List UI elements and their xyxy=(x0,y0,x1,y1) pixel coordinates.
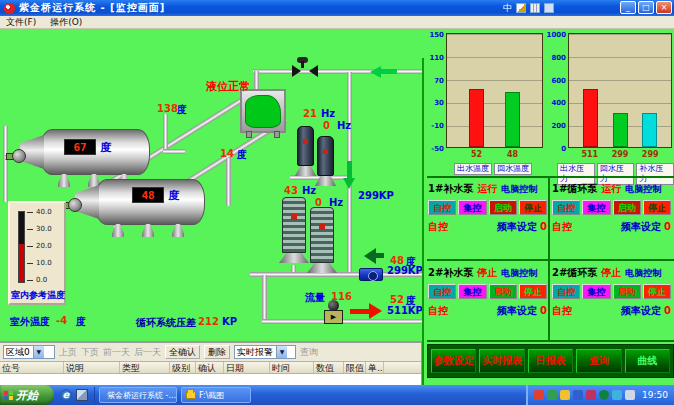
pump-control-mode: 电脑控制 xyxy=(501,183,537,196)
keyboard-icon[interactable] xyxy=(530,3,540,13)
circulation-pump-2[interactable] xyxy=(310,207,334,263)
menu-bar: 文件(F) 操作(O) xyxy=(0,16,674,29)
language-bar[interactable]: 中 xyxy=(503,1,554,15)
flow-arrow-shaft xyxy=(368,253,384,258)
flow-arrow-shaft xyxy=(347,161,352,179)
col-date: 日期 xyxy=(224,362,270,373)
restore-button[interactable]: □ xyxy=(638,1,654,14)
tray-icon[interactable] xyxy=(560,390,570,400)
menu-file[interactable]: 文件(F) xyxy=(6,16,36,29)
shield-icon[interactable] xyxy=(599,390,609,400)
bar-出水温度 xyxy=(469,89,484,147)
start-button[interactable]: 启动 xyxy=(613,200,641,215)
central-control-button[interactable]: 集控 xyxy=(582,284,610,299)
chevron-down-icon[interactable]: ▼ xyxy=(276,346,287,358)
ack-all-button[interactable]: 全确认 xyxy=(165,345,200,359)
circulation-pump-1[interactable] xyxy=(282,197,306,253)
ime-chinese-indicator[interactable]: 中 xyxy=(503,2,512,15)
makeup-pump-2[interactable] xyxy=(317,136,334,176)
area-select[interactable]: 区域0 ▼ xyxy=(3,345,55,359)
motor-valve-icon[interactable] xyxy=(292,57,314,79)
tray-icon[interactable] xyxy=(547,390,557,400)
thermo-tick: 0.0 xyxy=(36,276,64,284)
pump-panel-1-makeup: 1#补水泵 运行 电脑控制 自控 集控 启动 停止 自控 频率设定0 xyxy=(428,182,547,244)
title-bar: 紫金桥运行系统 - [监控画面] 中 _ □ × xyxy=(0,0,674,16)
pump-control-mode: 电脑控制 xyxy=(625,183,661,196)
pump-control-mode: 电脑控制 xyxy=(501,267,537,280)
toolbar-options-icon[interactable] xyxy=(544,3,554,13)
query-button[interactable]: 查询 xyxy=(576,349,621,373)
stop-button[interactable]: 停止 xyxy=(519,284,547,299)
daily-report-button[interactable]: 日报表 xyxy=(528,349,573,373)
stop-button[interactable]: 停止 xyxy=(519,200,547,215)
tank-1-pump[interactable] xyxy=(6,146,28,166)
pump-control-mode: 电脑控制 xyxy=(625,267,661,280)
central-control-button[interactable]: 集控 xyxy=(458,200,486,215)
start-button[interactable]: 启动 xyxy=(489,200,517,215)
curve-button[interactable]: 曲线 xyxy=(625,349,670,373)
supply-valve-icon[interactable] xyxy=(359,268,383,281)
auto-control-button[interactable]: 自控 xyxy=(428,284,456,299)
alarm-mode-select[interactable]: 实时报警 ▼ xyxy=(234,345,296,359)
makeup-pump-1[interactable] xyxy=(297,126,314,166)
current-mode: 自控 xyxy=(552,304,572,318)
close-button[interactable]: × xyxy=(656,1,672,14)
taskbar-clock: 19:50 xyxy=(642,390,668,400)
tray-icon[interactable] xyxy=(612,390,622,400)
show-desktop-icon[interactable] xyxy=(76,389,88,401)
realtime-report-button[interactable]: 实时报表 xyxy=(479,349,524,373)
tank-leg xyxy=(142,224,154,237)
pipe-temp-unit: 度 xyxy=(177,103,187,117)
pump-base xyxy=(295,166,316,176)
menu-operate[interactable]: 操作(O) xyxy=(50,16,82,29)
delete-button[interactable]: 删除 xyxy=(204,345,230,359)
start-button[interactable]: 启动 xyxy=(489,284,517,299)
auto-control-button[interactable]: 自控 xyxy=(428,200,456,215)
y-axis-tick: 110 xyxy=(429,54,444,62)
tray-icon[interactable] xyxy=(625,390,635,400)
pressure-diff-label: 循环系统压差 xyxy=(136,316,196,330)
outdoor-temp-value: -4 xyxy=(56,315,67,326)
hz-unit: Hz xyxy=(329,197,343,208)
start-button[interactable]: 开始 xyxy=(0,385,54,405)
tray-icon[interactable] xyxy=(573,390,583,400)
thermo-tick: 10.0 xyxy=(36,259,64,267)
pen-input-icon[interactable] xyxy=(516,3,526,13)
bar-value-label: 299 xyxy=(612,150,629,159)
central-control-button[interactable]: 集控 xyxy=(458,284,486,299)
taskbar-task-scada[interactable]: 紫金桥运行系统 -... xyxy=(99,387,177,403)
supply-temp-value: 52 xyxy=(390,294,404,305)
central-control-button[interactable]: 集控 xyxy=(582,200,610,215)
minimize-button[interactable]: _ xyxy=(620,1,636,14)
flow-meter-icon[interactable]: ▶ xyxy=(324,300,344,326)
start-button[interactable]: 启动 xyxy=(613,284,641,299)
chevron-down-icon[interactable]: ▼ xyxy=(33,346,44,358)
mid-temp-unit: 度 xyxy=(237,148,247,162)
auto-control-button[interactable]: 自控 xyxy=(552,284,580,299)
freq-setting: 频率设定0 xyxy=(621,220,671,234)
param-setting-button[interactable]: 参数设定 xyxy=(431,349,476,373)
tray-icon[interactable] xyxy=(586,390,596,400)
next-day-button: 后一天 xyxy=(134,346,161,359)
col-limit: 限值 xyxy=(344,362,366,373)
col-type: 类型 xyxy=(120,362,170,373)
legend-item: 出水温度 xyxy=(454,163,492,175)
bar-value-label: 511 xyxy=(581,150,598,159)
col-unit: 单.. xyxy=(366,362,384,373)
auto-control-button[interactable]: 自控 xyxy=(552,200,580,215)
tray-icon[interactable] xyxy=(534,390,544,400)
bar-value-label: 52 xyxy=(471,150,482,159)
freq-setting: 频率设定0 xyxy=(497,304,547,318)
bar-回水压力 xyxy=(613,113,628,147)
pump-name: 1#补水泵 xyxy=(428,182,473,196)
bar-value-label: 48 xyxy=(507,150,518,159)
pressure-diff-unit: KP xyxy=(222,316,237,327)
stop-button[interactable]: 停止 xyxy=(643,200,671,215)
internet-explorer-icon[interactable]: e xyxy=(60,389,72,401)
pump-base xyxy=(307,263,337,273)
taskbar-task-folder[interactable]: F:\截图 xyxy=(181,387,251,403)
flow-arrow-shaft xyxy=(379,69,397,74)
stop-button[interactable]: 停止 xyxy=(643,284,671,299)
tank-level-fill xyxy=(245,95,281,128)
col-tag: 位号 xyxy=(0,362,64,373)
